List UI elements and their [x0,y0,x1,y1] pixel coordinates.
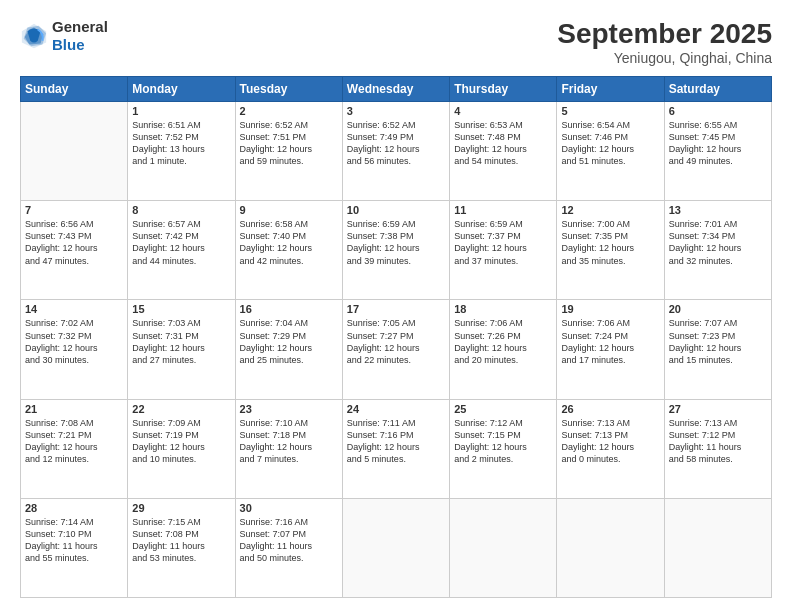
calendar-cell: 24Sunrise: 7:11 AMSunset: 7:16 PMDayligh… [342,399,449,498]
calendar-cell: 11Sunrise: 6:59 AMSunset: 7:37 PMDayligh… [450,201,557,300]
day-number: 21 [25,403,123,415]
day-number: 4 [454,105,552,117]
logo-icon [20,22,48,50]
calendar-cell: 14Sunrise: 7:02 AMSunset: 7:32 PMDayligh… [21,300,128,399]
cell-info: Sunrise: 7:08 AMSunset: 7:21 PMDaylight:… [25,417,123,466]
calendar-cell: 15Sunrise: 7:03 AMSunset: 7:31 PMDayligh… [128,300,235,399]
cell-info: Sunrise: 7:10 AMSunset: 7:18 PMDaylight:… [240,417,338,466]
col-header-thursday: Thursday [450,77,557,102]
calendar-cell: 17Sunrise: 7:05 AMSunset: 7:27 PMDayligh… [342,300,449,399]
cell-info: Sunrise: 7:00 AMSunset: 7:35 PMDaylight:… [561,218,659,267]
cell-info: Sunrise: 7:03 AMSunset: 7:31 PMDaylight:… [132,317,230,366]
day-number: 10 [347,204,445,216]
calendar-cell: 10Sunrise: 6:59 AMSunset: 7:38 PMDayligh… [342,201,449,300]
calendar-cell: 21Sunrise: 7:08 AMSunset: 7:21 PMDayligh… [21,399,128,498]
calendar-cell: 5Sunrise: 6:54 AMSunset: 7:46 PMDaylight… [557,102,664,201]
day-number: 26 [561,403,659,415]
logo-text: General Blue [52,18,108,54]
cell-info: Sunrise: 7:13 AMSunset: 7:13 PMDaylight:… [561,417,659,466]
cell-info: Sunrise: 7:15 AMSunset: 7:08 PMDaylight:… [132,516,230,565]
day-number: 1 [132,105,230,117]
calendar-cell: 16Sunrise: 7:04 AMSunset: 7:29 PMDayligh… [235,300,342,399]
day-number: 22 [132,403,230,415]
cell-info: Sunrise: 7:12 AMSunset: 7:15 PMDaylight:… [454,417,552,466]
col-header-monday: Monday [128,77,235,102]
calendar-cell: 27Sunrise: 7:13 AMSunset: 7:12 PMDayligh… [664,399,771,498]
calendar-cell: 13Sunrise: 7:01 AMSunset: 7:34 PMDayligh… [664,201,771,300]
calendar-cell: 6Sunrise: 6:55 AMSunset: 7:45 PMDaylight… [664,102,771,201]
cell-info: Sunrise: 6:51 AMSunset: 7:52 PMDaylight:… [132,119,230,168]
day-number: 14 [25,303,123,315]
cell-info: Sunrise: 6:56 AMSunset: 7:43 PMDaylight:… [25,218,123,267]
day-number: 13 [669,204,767,216]
calendar-cell: 12Sunrise: 7:00 AMSunset: 7:35 PMDayligh… [557,201,664,300]
day-number: 25 [454,403,552,415]
month-title: September 2025 [557,18,772,50]
calendar-cell: 3Sunrise: 6:52 AMSunset: 7:49 PMDaylight… [342,102,449,201]
day-number: 18 [454,303,552,315]
cell-info: Sunrise: 7:04 AMSunset: 7:29 PMDaylight:… [240,317,338,366]
day-number: 3 [347,105,445,117]
calendar-cell: 7Sunrise: 6:56 AMSunset: 7:43 PMDaylight… [21,201,128,300]
cell-info: Sunrise: 6:53 AMSunset: 7:48 PMDaylight:… [454,119,552,168]
cell-info: Sunrise: 7:09 AMSunset: 7:19 PMDaylight:… [132,417,230,466]
calendar-cell [450,498,557,597]
day-number: 15 [132,303,230,315]
day-number: 9 [240,204,338,216]
day-number: 11 [454,204,552,216]
calendar-cell: 28Sunrise: 7:14 AMSunset: 7:10 PMDayligh… [21,498,128,597]
calendar-cell [342,498,449,597]
title-block: September 2025 Yeniugou, Qinghai, China [557,18,772,66]
day-number: 24 [347,403,445,415]
cell-info: Sunrise: 6:52 AMSunset: 7:49 PMDaylight:… [347,119,445,168]
col-header-saturday: Saturday [664,77,771,102]
day-number: 12 [561,204,659,216]
day-number: 2 [240,105,338,117]
cell-info: Sunrise: 6:59 AMSunset: 7:37 PMDaylight:… [454,218,552,267]
day-number: 5 [561,105,659,117]
page: General Blue September 2025 Yeniugou, Qi… [0,0,792,612]
cell-info: Sunrise: 6:58 AMSunset: 7:40 PMDaylight:… [240,218,338,267]
cell-info: Sunrise: 7:14 AMSunset: 7:10 PMDaylight:… [25,516,123,565]
col-header-friday: Friday [557,77,664,102]
cell-info: Sunrise: 7:11 AMSunset: 7:16 PMDaylight:… [347,417,445,466]
col-header-tuesday: Tuesday [235,77,342,102]
cell-info: Sunrise: 6:54 AMSunset: 7:46 PMDaylight:… [561,119,659,168]
cell-info: Sunrise: 7:06 AMSunset: 7:24 PMDaylight:… [561,317,659,366]
calendar-cell: 19Sunrise: 7:06 AMSunset: 7:24 PMDayligh… [557,300,664,399]
calendar-cell: 25Sunrise: 7:12 AMSunset: 7:15 PMDayligh… [450,399,557,498]
logo: General Blue [20,18,108,54]
cell-info: Sunrise: 6:52 AMSunset: 7:51 PMDaylight:… [240,119,338,168]
day-number: 27 [669,403,767,415]
day-number: 20 [669,303,767,315]
cell-info: Sunrise: 7:01 AMSunset: 7:34 PMDaylight:… [669,218,767,267]
day-number: 7 [25,204,123,216]
calendar-cell: 30Sunrise: 7:16 AMSunset: 7:07 PMDayligh… [235,498,342,597]
calendar-cell [21,102,128,201]
calendar-cell: 1Sunrise: 6:51 AMSunset: 7:52 PMDaylight… [128,102,235,201]
calendar-cell: 23Sunrise: 7:10 AMSunset: 7:18 PMDayligh… [235,399,342,498]
calendar-cell: 9Sunrise: 6:58 AMSunset: 7:40 PMDaylight… [235,201,342,300]
col-header-wednesday: Wednesday [342,77,449,102]
cell-info: Sunrise: 7:02 AMSunset: 7:32 PMDaylight:… [25,317,123,366]
day-number: 28 [25,502,123,514]
calendar-cell: 8Sunrise: 6:57 AMSunset: 7:42 PMDaylight… [128,201,235,300]
cell-info: Sunrise: 6:55 AMSunset: 7:45 PMDaylight:… [669,119,767,168]
day-number: 19 [561,303,659,315]
cell-info: Sunrise: 6:57 AMSunset: 7:42 PMDaylight:… [132,218,230,267]
day-number: 6 [669,105,767,117]
col-header-sunday: Sunday [21,77,128,102]
day-number: 16 [240,303,338,315]
cell-info: Sunrise: 6:59 AMSunset: 7:38 PMDaylight:… [347,218,445,267]
header: General Blue September 2025 Yeniugou, Qi… [20,18,772,66]
calendar-cell [664,498,771,597]
day-number: 29 [132,502,230,514]
day-number: 17 [347,303,445,315]
day-number: 8 [132,204,230,216]
day-number: 23 [240,403,338,415]
cell-info: Sunrise: 7:13 AMSunset: 7:12 PMDaylight:… [669,417,767,466]
calendar-cell [557,498,664,597]
calendar-cell: 4Sunrise: 6:53 AMSunset: 7:48 PMDaylight… [450,102,557,201]
cell-info: Sunrise: 7:05 AMSunset: 7:27 PMDaylight:… [347,317,445,366]
calendar-cell: 18Sunrise: 7:06 AMSunset: 7:26 PMDayligh… [450,300,557,399]
